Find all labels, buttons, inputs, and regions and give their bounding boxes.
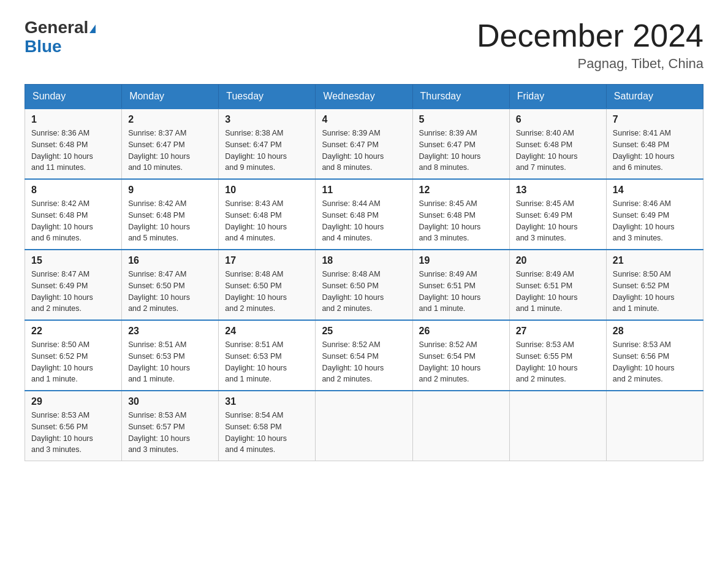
day-number: 21 (613, 255, 697, 266)
day-number: 12 (419, 185, 503, 196)
days-of-week-row: SundayMondayTuesdayWednesdayThursdayFrid… (25, 85, 703, 109)
day-number: 28 (613, 326, 697, 337)
day-info: Sunrise: 8:40 AMSunset: 6:48 PMDaylight:… (516, 128, 600, 174)
day-info: Sunrise: 8:50 AMSunset: 6:52 PMDaylight:… (613, 269, 697, 315)
table-row: 21Sunrise: 8:50 AMSunset: 6:52 PMDayligh… (606, 250, 703, 320)
day-number: 26 (419, 326, 503, 337)
table-row: 31Sunrise: 8:54 AMSunset: 6:58 PMDayligh… (219, 391, 316, 461)
day-info: Sunrise: 8:53 AMSunset: 6:57 PMDaylight:… (128, 410, 212, 456)
week-row-1: 1Sunrise: 8:36 AMSunset: 6:48 PMDaylight… (25, 109, 703, 179)
day-info: Sunrise: 8:45 AMSunset: 6:48 PMDaylight:… (419, 198, 503, 244)
table-row: 14Sunrise: 8:46 AMSunset: 6:49 PMDayligh… (606, 179, 703, 250)
day-number: 19 (419, 255, 503, 266)
table-row (412, 391, 509, 461)
day-number: 5 (419, 114, 503, 125)
table-row: 3Sunrise: 8:38 AMSunset: 6:47 PMDaylight… (219, 109, 316, 179)
day-info: Sunrise: 8:44 AMSunset: 6:48 PMDaylight:… (322, 198, 406, 244)
day-info: Sunrise: 8:48 AMSunset: 6:50 PMDaylight:… (225, 269, 309, 315)
day-info: Sunrise: 8:47 AMSunset: 6:49 PMDaylight:… (31, 269, 115, 315)
day-number: 16 (128, 255, 212, 266)
day-number: 20 (516, 255, 600, 266)
table-row: 17Sunrise: 8:48 AMSunset: 6:50 PMDayligh… (219, 250, 316, 320)
day-of-week-thursday: Thursday (412, 85, 509, 109)
day-number: 31 (225, 396, 309, 407)
day-number: 7 (613, 114, 697, 125)
day-number: 9 (128, 185, 212, 196)
day-number: 22 (31, 326, 115, 337)
table-row (509, 391, 606, 461)
table-row: 12Sunrise: 8:45 AMSunset: 6:48 PMDayligh… (412, 179, 509, 250)
day-number: 11 (322, 185, 406, 196)
day-number: 27 (516, 326, 600, 337)
day-info: Sunrise: 8:52 AMSunset: 6:54 PMDaylight:… (322, 339, 406, 385)
day-info: Sunrise: 8:39 AMSunset: 6:47 PMDaylight:… (419, 128, 503, 174)
table-row: 20Sunrise: 8:49 AMSunset: 6:51 PMDayligh… (509, 250, 606, 320)
day-number: 10 (225, 185, 309, 196)
table-row: 19Sunrise: 8:49 AMSunset: 6:51 PMDayligh… (412, 250, 509, 320)
table-row: 22Sunrise: 8:50 AMSunset: 6:52 PMDayligh… (25, 320, 122, 391)
day-number: 29 (31, 396, 115, 407)
day-number: 17 (225, 255, 309, 266)
day-info: Sunrise: 8:42 AMSunset: 6:48 PMDaylight:… (128, 198, 212, 244)
day-info: Sunrise: 8:48 AMSunset: 6:50 PMDaylight:… (322, 269, 406, 315)
logo-triangle-icon (89, 25, 96, 33)
day-of-week-tuesday: Tuesday (219, 85, 316, 109)
day-number: 1 (31, 114, 115, 125)
day-number: 8 (31, 185, 115, 196)
page-header: GeneralBlue December 2024 Pagnag, Tibet,… (25, 18, 703, 72)
table-row: 13Sunrise: 8:45 AMSunset: 6:49 PMDayligh… (509, 179, 606, 250)
day-info: Sunrise: 8:38 AMSunset: 6:47 PMDaylight:… (225, 128, 309, 174)
week-row-3: 15Sunrise: 8:47 AMSunset: 6:49 PMDayligh… (25, 250, 703, 320)
day-of-week-monday: Monday (122, 85, 219, 109)
month-title: December 2024 (477, 18, 703, 53)
table-row: 4Sunrise: 8:39 AMSunset: 6:47 PMDaylight… (316, 109, 412, 179)
day-info: Sunrise: 8:45 AMSunset: 6:49 PMDaylight:… (516, 198, 600, 244)
day-info: Sunrise: 8:36 AMSunset: 6:48 PMDaylight:… (31, 128, 115, 174)
day-number: 18 (322, 255, 406, 266)
day-info: Sunrise: 8:54 AMSunset: 6:58 PMDaylight:… (225, 410, 309, 456)
day-info: Sunrise: 8:43 AMSunset: 6:48 PMDaylight:… (225, 198, 309, 244)
week-row-4: 22Sunrise: 8:50 AMSunset: 6:52 PMDayligh… (25, 320, 703, 391)
day-number: 6 (516, 114, 600, 125)
day-info: Sunrise: 8:51 AMSunset: 6:53 PMDaylight:… (225, 339, 309, 385)
day-info: Sunrise: 8:49 AMSunset: 6:51 PMDaylight:… (516, 269, 600, 315)
day-number: 14 (613, 185, 697, 196)
table-row: 18Sunrise: 8:48 AMSunset: 6:50 PMDayligh… (316, 250, 412, 320)
table-row: 15Sunrise: 8:47 AMSunset: 6:49 PMDayligh… (25, 250, 122, 320)
table-row: 1Sunrise: 8:36 AMSunset: 6:48 PMDaylight… (25, 109, 122, 179)
table-row: 7Sunrise: 8:41 AMSunset: 6:48 PMDaylight… (606, 109, 703, 179)
table-row (316, 391, 412, 461)
day-of-week-sunday: Sunday (25, 85, 122, 109)
table-row: 2Sunrise: 8:37 AMSunset: 6:47 PMDaylight… (122, 109, 219, 179)
day-info: Sunrise: 8:50 AMSunset: 6:52 PMDaylight:… (31, 339, 115, 385)
table-row: 25Sunrise: 8:52 AMSunset: 6:54 PMDayligh… (316, 320, 412, 391)
day-info: Sunrise: 8:49 AMSunset: 6:51 PMDaylight:… (419, 269, 503, 315)
day-info: Sunrise: 8:53 AMSunset: 6:56 PMDaylight:… (31, 410, 115, 456)
table-row: 28Sunrise: 8:53 AMSunset: 6:56 PMDayligh… (606, 320, 703, 391)
table-row: 26Sunrise: 8:52 AMSunset: 6:54 PMDayligh… (412, 320, 509, 391)
table-row: 23Sunrise: 8:51 AMSunset: 6:53 PMDayligh… (122, 320, 219, 391)
day-info: Sunrise: 8:46 AMSunset: 6:49 PMDaylight:… (613, 198, 697, 244)
table-row: 9Sunrise: 8:42 AMSunset: 6:48 PMDaylight… (122, 179, 219, 250)
day-number: 3 (225, 114, 309, 125)
day-of-week-friday: Friday (509, 85, 606, 109)
calendar-table: SundayMondayTuesdayWednesdayThursdayFrid… (25, 84, 703, 461)
day-info: Sunrise: 8:52 AMSunset: 6:54 PMDaylight:… (419, 339, 503, 385)
day-info: Sunrise: 8:53 AMSunset: 6:55 PMDaylight:… (516, 339, 600, 385)
table-row: 30Sunrise: 8:53 AMSunset: 6:57 PMDayligh… (122, 391, 219, 461)
table-row: 29Sunrise: 8:53 AMSunset: 6:56 PMDayligh… (25, 391, 122, 461)
table-row: 10Sunrise: 8:43 AMSunset: 6:48 PMDayligh… (219, 179, 316, 250)
day-number: 2 (128, 114, 212, 125)
day-of-week-wednesday: Wednesday (316, 85, 412, 109)
day-info: Sunrise: 8:42 AMSunset: 6:48 PMDaylight:… (31, 198, 115, 244)
location-subtitle: Pagnag, Tibet, China (477, 56, 703, 72)
logo-blue-text: Blue (25, 37, 62, 56)
day-info: Sunrise: 8:37 AMSunset: 6:47 PMDaylight:… (128, 128, 212, 174)
table-row: 8Sunrise: 8:42 AMSunset: 6:48 PMDaylight… (25, 179, 122, 250)
table-row: 5Sunrise: 8:39 AMSunset: 6:47 PMDaylight… (412, 109, 509, 179)
week-row-5: 29Sunrise: 8:53 AMSunset: 6:56 PMDayligh… (25, 391, 703, 461)
day-info: Sunrise: 8:47 AMSunset: 6:50 PMDaylight:… (128, 269, 212, 315)
table-row (606, 391, 703, 461)
day-number: 4 (322, 114, 406, 125)
day-of-week-saturday: Saturday (606, 85, 703, 109)
